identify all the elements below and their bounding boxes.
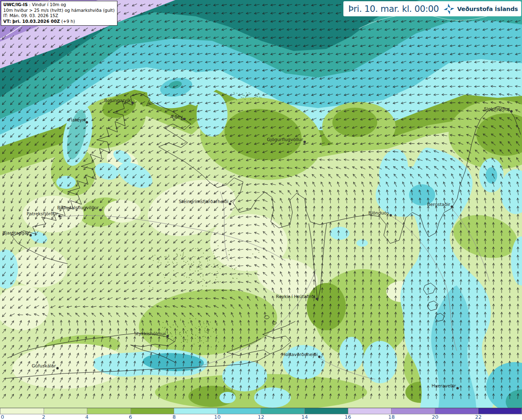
station-dot <box>316 298 318 300</box>
station-dot <box>29 234 32 237</box>
station-label: Bíldudalsflugvöllur <box>57 205 99 210</box>
station-marker: Stykkishólmur <box>134 331 169 337</box>
info-line-1: UWC/IG-IS : Vindur í 10m og <box>3 2 115 8</box>
colorbar-segment <box>305 408 348 414</box>
station-label: Bolungarvík <box>104 98 131 103</box>
station-marker: Bolungarvík <box>104 98 134 104</box>
colorbar-tick-label: 4 <box>85 414 88 420</box>
colorbar-segment <box>392 408 435 414</box>
colorbar-tick-label: 20 <box>432 414 438 420</box>
station-label: Flateyri <box>69 117 85 123</box>
vedurstofa-logo-icon <box>443 3 455 15</box>
colorbar-tick-label: 0 <box>1 414 4 420</box>
colorbar-segment <box>0 408 44 414</box>
station-marker: Bjargtangar <box>2 230 32 237</box>
station-label: Siglufjörður <box>484 106 510 112</box>
colorbar-segment <box>131 408 175 414</box>
station-dot <box>183 118 186 120</box>
station-label: Gjögurflugvöllur <box>267 137 303 142</box>
station-label: Gufuskálar <box>32 363 56 369</box>
model-name: UWC/IG-IS <box>3 2 28 7</box>
station-label: Bergstaðir <box>427 202 450 207</box>
station-label: Hveravellir <box>431 383 456 389</box>
station-dot <box>303 141 306 143</box>
station-dot <box>58 215 61 217</box>
station-dot <box>99 209 102 211</box>
station-marker: Holtavörðuheiði <box>282 352 321 358</box>
station-dot <box>56 367 59 369</box>
station-marker: Flateyri <box>69 117 88 124</box>
info-line-2: 10m hviður > 25 m/s (hvítt) og hámarkshv… <box>3 8 115 13</box>
weather-map-page: BolungarvíkFlateyriÆðeyGjögurflugvöllurS… <box>0 0 522 420</box>
brand-block: Veðurstofa Íslands <box>443 3 518 15</box>
valid-time-label: Þri. 10. mar. kl. 00:00 <box>348 4 439 14</box>
colorbar-tick-label: 18 <box>388 414 395 420</box>
colorbar-tick-label: 2 <box>42 414 45 420</box>
station-marker: Bergstaðir <box>427 202 453 208</box>
colorbar-tick-label: 6 <box>129 414 132 420</box>
station-marker: Reykir í Hrútafirði <box>276 294 318 300</box>
colorbar-tick-label: 8 <box>173 414 176 420</box>
station-marker: Gufuskálar <box>32 363 59 369</box>
colorbar-segment <box>218 408 261 414</box>
station-dot <box>86 121 88 124</box>
station-marker: Blönduós <box>368 210 392 217</box>
station-marker: Siglufjörður <box>484 106 513 113</box>
station-dot <box>318 356 321 358</box>
station-dot <box>456 387 459 389</box>
colorbar-tick-label: 10 <box>214 414 221 420</box>
info-line-4: VT: þri. 10.03.2026 00Z (+9 h) <box>3 19 115 24</box>
station-label: Stykkishólmur <box>134 331 166 336</box>
colorbar-tick-label: 12 <box>258 414 264 420</box>
station-marker: Gjögurflugvöllur <box>267 137 306 143</box>
station-marker: Patreksfjörður <box>27 211 61 217</box>
station-marker: Steingrímsfjarðarheiði <box>179 199 231 205</box>
info-line-3: IT: Mán. 09. 03. 2026 15Z <box>3 13 115 19</box>
colorbar-segment <box>435 408 479 414</box>
colorbar-labels: 0246810121416182022 <box>0 414 522 420</box>
colorbar-tick-label: 14 <box>301 414 308 420</box>
colorbar-segment <box>87 408 131 414</box>
station-dot <box>229 203 231 205</box>
colorbar-segment <box>174 408 218 414</box>
model-info-box: UWC/IG-IS : Vindur í 10m og 10m hviður >… <box>1 1 117 26</box>
station-label: Blönduós <box>368 210 389 216</box>
station-marker: Bíldudalsflugvöllur <box>57 205 102 211</box>
station-label: Patreksfjörður <box>27 211 58 217</box>
station-dot <box>389 214 392 217</box>
colorbar-band <box>0 408 522 414</box>
station-label: Reykir í Hrútafirði <box>276 294 315 299</box>
colorbar-segment <box>44 408 88 414</box>
wind-speed-colorbar: 0246810121416182022 <box>0 408 522 420</box>
colorbar-segment <box>478 408 522 414</box>
station-dot <box>451 206 453 208</box>
brand-name: Veðurstofa Íslands <box>457 6 518 12</box>
station-marker: Hveravellir <box>431 383 459 389</box>
station-label: Bjargtangar <box>2 230 29 236</box>
valid-time-bold: VT: þri. 10.03.2026 00Z <box>3 19 60 24</box>
station-dot <box>510 110 513 113</box>
station-label: Æðey <box>170 114 183 119</box>
wind-map: BolungarvíkFlateyriÆðeyGjögurflugvöllurS… <box>0 0 522 408</box>
station-dot <box>166 335 169 337</box>
colorbar-tick-label: 22 <box>475 414 482 420</box>
info-line-1-text: : Vindur í 10m og <box>28 2 66 7</box>
colorbar-segment <box>261 408 305 414</box>
station-dot <box>131 102 134 104</box>
station-label: Steingrímsfjarðarheiði <box>179 199 228 204</box>
colorbar-tick-label: 16 <box>345 414 351 420</box>
colorbar-segment <box>348 408 392 414</box>
timestamp-bar: Þri. 10. mar. kl. 00:00 Veðurstofa Íslan… <box>343 1 521 16</box>
valid-time-offset: (+9 h) <box>60 19 75 24</box>
station-label: Holtavörðuheiði <box>282 352 318 357</box>
